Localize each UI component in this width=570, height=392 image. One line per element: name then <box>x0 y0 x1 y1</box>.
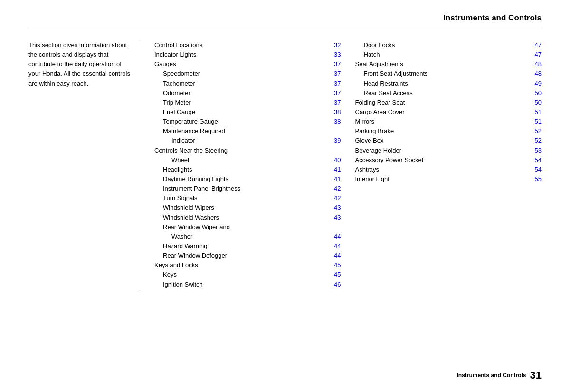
toc-label: Hatch <box>364 50 380 59</box>
toc-item: Mirrors51 <box>355 117 542 126</box>
toc-page: 38 <box>332 117 341 126</box>
toc-label: Cargo Area Cover <box>355 107 405 117</box>
toc-label: Hazard Warning <box>163 241 207 251</box>
toc-label: Rear Window Wiper and <box>163 222 230 232</box>
toc-dots <box>215 209 331 210</box>
toc-dots <box>204 286 331 287</box>
toc-label: Speedometer <box>163 69 200 78</box>
toc-page: 50 <box>532 98 542 107</box>
header-title: Instruments and Controls <box>443 13 542 23</box>
toc-dots <box>196 114 331 114</box>
main-content: This section gives information about the… <box>28 40 542 289</box>
toc-dots <box>402 152 531 153</box>
toc-label: Indicator Lights <box>154 50 196 59</box>
toc-label: Fuel Gauge <box>163 107 195 117</box>
toc-page: 40 <box>332 155 341 165</box>
toc-page: 54 <box>532 155 542 165</box>
toc-item: Instrument Panel Brightness42 <box>154 184 341 193</box>
toc-item: Folding Rear Seat50 <box>355 98 542 107</box>
footer-text: Instruments and Controls <box>457 372 526 379</box>
toc-label: Headlights <box>163 165 192 174</box>
toc-page: 32 <box>332 40 341 50</box>
toc-dots <box>390 181 531 181</box>
toc-dots <box>404 66 531 66</box>
toc-label: Maintenance Required <box>163 126 225 136</box>
toc-page: 48 <box>532 69 542 78</box>
toc-page: 37 <box>332 69 341 78</box>
toc-page: 43 <box>332 213 341 222</box>
toc-item: Indicator39 <box>154 136 341 145</box>
toc-label: Controls Near the Steering <box>154 146 228 155</box>
toc-item: Gauges37 <box>154 59 341 69</box>
toc-page: 48 <box>532 59 542 69</box>
toc-dots <box>208 248 330 248</box>
toc-label: Glove Box <box>355 136 384 145</box>
toc-item: Maintenance Required <box>154 126 341 136</box>
toc-page: 45 <box>332 260 341 270</box>
toc-page: 42 <box>332 193 341 203</box>
toc-page: 37 <box>332 98 341 107</box>
toc-dots <box>201 75 330 76</box>
toc-dots <box>192 104 331 105</box>
toc-label: Temperature Gauge <box>163 117 218 126</box>
toc-label: Windshield Washers <box>163 213 219 222</box>
toc-label: Seat Adjustments <box>355 59 403 69</box>
toc-dots <box>196 142 331 143</box>
footer-page-number: 31 <box>530 369 542 382</box>
toc-label: Trip Meter <box>163 98 191 107</box>
toc-label: Beverage Holder <box>355 146 402 155</box>
toc-page: 51 <box>532 117 542 126</box>
toc-item: Rear Seat Access50 <box>355 88 542 98</box>
toc-columns: Control Locations32Indicator Lights33Gau… <box>154 40 542 289</box>
toc-item: Rear Window Defogger44 <box>154 251 341 260</box>
toc-item: Control Locations32 <box>154 40 341 50</box>
toc-dots <box>406 114 531 114</box>
toc-dots <box>384 142 531 143</box>
page-header: Instruments and Controls <box>28 0 542 27</box>
toc-item: Temperature Gauge38 <box>154 117 341 126</box>
toc-column-2: Door Locks47Hatch47Seat Adjustments48Fro… <box>355 40 542 289</box>
toc-dots <box>219 123 331 124</box>
toc-item: Daytime Running Lights41 <box>154 174 341 184</box>
toc-item: Hatch47 <box>355 50 542 59</box>
toc-dots <box>193 171 330 172</box>
toc-label: Washer <box>171 232 192 241</box>
toc-dots <box>380 56 531 57</box>
toc-page: 44 <box>332 241 341 251</box>
toc-page: 50 <box>532 88 542 98</box>
toc-dots <box>191 95 331 95</box>
toc-page: 53 <box>532 146 542 155</box>
toc-label: Keys <box>163 270 177 279</box>
toc-page: 47 <box>532 40 542 50</box>
page: Instruments and Controls This section gi… <box>0 0 570 392</box>
toc-dots <box>203 47 330 47</box>
toc-item: Windshield Wipers43 <box>154 203 341 212</box>
toc-label: Instrument Panel Brightness <box>163 184 240 193</box>
toc-dots <box>178 276 331 277</box>
toc-item: Turn Signals42 <box>154 193 341 203</box>
toc-item: Odometer37 <box>154 88 341 98</box>
toc-label: Control Locations <box>154 40 202 50</box>
toc-item: Keys and Locks45 <box>154 260 341 270</box>
toc-dots <box>228 257 330 258</box>
toc-item: Accessory Power Socket54 <box>355 155 542 165</box>
toc-page: 37 <box>332 88 341 98</box>
toc-item: Beverage Holder53 <box>355 146 542 155</box>
toc-label: Mirrors <box>355 117 374 126</box>
toc-label: Parking Brake <box>355 126 394 136</box>
toc-dots <box>196 85 331 86</box>
toc-label: Turn Signals <box>163 193 198 203</box>
toc-page: 42 <box>332 184 341 193</box>
toc-dots <box>177 66 331 66</box>
toc-label: Tachometer <box>163 79 195 88</box>
toc-label: Interior Light <box>355 174 390 184</box>
toc-page: 39 <box>332 136 341 145</box>
description-column: This section gives information about the… <box>28 40 140 289</box>
toc-page: 52 <box>532 136 542 145</box>
toc-page: 37 <box>332 59 341 69</box>
toc-dots <box>406 104 531 105</box>
toc-dots <box>199 267 331 267</box>
toc-item: Controls Near the Steering <box>154 146 341 155</box>
toc-item: Parking Brake52 <box>355 126 542 136</box>
toc-label: Front Seat Adjustments <box>364 69 428 78</box>
